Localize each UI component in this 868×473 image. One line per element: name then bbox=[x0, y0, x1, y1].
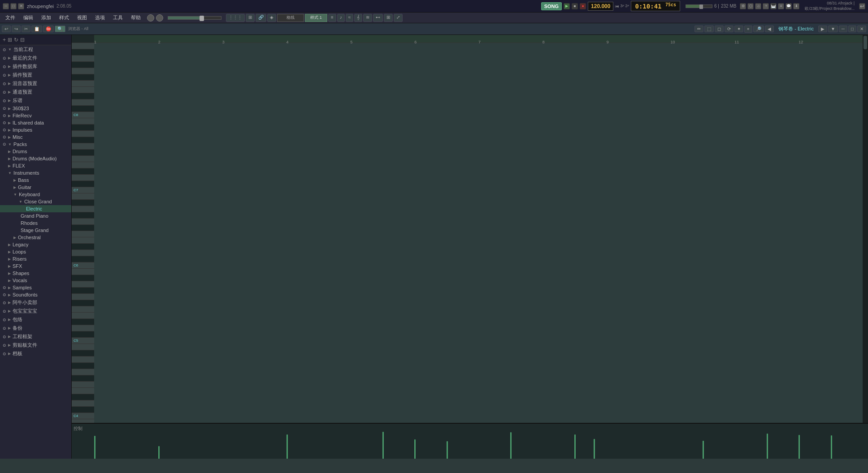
piano-key-E6[interactable] bbox=[72, 237, 94, 244]
pencil-tool[interactable]: ✏ bbox=[694, 26, 703, 32]
download-icon[interactable]: ⬇ bbox=[793, 3, 799, 9]
sidebar-item-FileRecv[interactable]: ⊙ ▶ FileRecv bbox=[0, 112, 71, 119]
piano-key-F7[interactable] bbox=[72, 156, 94, 162]
strum-icon[interactable]: ≋ bbox=[363, 14, 372, 22]
piano-key-C#8[interactable] bbox=[72, 106, 94, 112]
sidebar-item-SFX[interactable]: ▶ SFX bbox=[0, 262, 71, 270]
sidebar-item-Electric[interactable]: Electric bbox=[0, 205, 71, 212]
sidebar-item-Bass[interactable]: ▶ Bass bbox=[0, 176, 71, 184]
flip-icon[interactable]: ⊞ bbox=[384, 14, 393, 22]
sidebar-item-当前工程[interactable]: ⊙ ▼ 当前工程 bbox=[0, 45, 71, 54]
main-slider[interactable] bbox=[168, 16, 221, 20]
piano-key-A4[interactable] bbox=[72, 357, 94, 363]
maximize-button[interactable]: □ bbox=[10, 3, 17, 9]
piano-key-C5[interactable]: C5 bbox=[72, 338, 94, 344]
piano-key-C#5[interactable] bbox=[72, 331, 94, 338]
next-button[interactable]: ▶ bbox=[818, 26, 827, 32]
sidebar-item-Legacy[interactable]: ▶ Legacy bbox=[0, 241, 71, 248]
grid-icon[interactable]: ⋮⋮⋮ bbox=[226, 14, 245, 22]
sidebar-item-Impulses[interactable]: ⊙ ▶ Impulses bbox=[0, 126, 71, 133]
sidebar-item-Grand_Piano[interactable]: Grand Piano bbox=[0, 212, 71, 219]
piano-key-G8[interactable] bbox=[72, 68, 94, 74]
sidebar-item-Close_Grand[interactable]: ▼ Close Grand bbox=[0, 198, 71, 205]
sidebar-item-Samples[interactable]: ⊙ ▶ Samples bbox=[0, 284, 71, 291]
piano-key-G#8[interactable] bbox=[72, 62, 94, 68]
sidebar-item-档板[interactable]: ⊙ ▶ 档板 bbox=[0, 349, 71, 358]
rand-icon[interactable]: ⤢ bbox=[394, 14, 403, 22]
note-grid[interactable]: 123456789101112 C#6A#5A#5A#5A5G#5G#5G5F#… bbox=[94, 35, 863, 423]
sidebar-item-工程框架[interactable]: ⊙ ▶ 工程框架 bbox=[0, 332, 71, 341]
sidebar-item-360$23[interactable]: ⊙ ▶ 360$23 bbox=[0, 105, 71, 112]
plugin-icon[interactable]: ⬡ bbox=[747, 3, 754, 9]
sidebar-item-包络[interactable]: ⊙ ▶ 包络 bbox=[0, 315, 71, 324]
piano-key-C#4[interactable] bbox=[72, 407, 94, 413]
sidebar-item-包宝宝宝宝[interactable]: ⊙ ▶ 包宝宝宝宝 bbox=[0, 307, 71, 315]
midi-icon[interactable]: ♫ bbox=[755, 3, 761, 9]
piano-key-B5[interactable] bbox=[72, 269, 94, 275]
piano-key-A#8[interactable] bbox=[72, 49, 94, 56]
sidebar-item-Shapes[interactable]: ▶ Shapes bbox=[0, 270, 71, 277]
piano-key-C8[interactable]: C8 bbox=[72, 112, 94, 118]
pr-menu-button[interactable]: ▼ bbox=[828, 26, 838, 32]
pr-min-button[interactable]: ─ bbox=[839, 26, 847, 32]
sidebar-item-Risers[interactable]: ▶ Risers bbox=[0, 255, 71, 262]
piano-key-F8[interactable] bbox=[72, 81, 94, 87]
play-button[interactable]: ▶ bbox=[564, 3, 570, 9]
sidebar-item-Drums[interactable]: ▶ Drums bbox=[0, 148, 71, 155]
piano-key-E8[interactable] bbox=[72, 87, 94, 93]
volume-slider-thumb[interactable] bbox=[699, 4, 703, 9]
sidebar-refresh-icon[interactable]: ↻ bbox=[14, 37, 18, 43]
sidebar-item-Drums_(ModeAudio)[interactable]: ▶ Drums (ModeAudio) bbox=[0, 155, 71, 162]
piano-key-D#5[interactable] bbox=[72, 319, 94, 325]
piano-key-G#5[interactable] bbox=[72, 288, 94, 294]
piano-key-E4[interactable] bbox=[72, 388, 94, 394]
piano-key-B8[interactable] bbox=[72, 43, 94, 49]
piano-key-F#4[interactable] bbox=[72, 375, 94, 382]
piano-key-A#5[interactable] bbox=[72, 275, 94, 281]
select-tool[interactable]: ⬚ bbox=[704, 26, 714, 32]
sidebar-item-混音器预置[interactable]: ⊙ ▶ 混音器预置 bbox=[0, 79, 71, 88]
menu-options[interactable]: 选项 bbox=[91, 13, 108, 22]
mixer-icon[interactable]: ≡ bbox=[778, 3, 784, 9]
menu-style[interactable]: 样式 bbox=[56, 13, 73, 22]
arp-icon[interactable]: ≈ bbox=[346, 14, 354, 22]
circle-btn-1[interactable] bbox=[147, 14, 154, 22]
circle-btn-2[interactable] bbox=[156, 14, 163, 22]
piano-key-A#4[interactable] bbox=[72, 350, 94, 357]
piano-key-C6[interactable]: C6 bbox=[72, 262, 94, 269]
close-button[interactable]: ✕ bbox=[18, 3, 24, 9]
sidebar-item-备份[interactable]: ⊙ ▶ 备份 bbox=[0, 324, 71, 332]
piano-key-G6[interactable] bbox=[72, 219, 94, 225]
piano-key-F#8[interactable] bbox=[72, 74, 94, 81]
sidebar-item-FLEX[interactable]: ▶ FLEX bbox=[0, 162, 71, 169]
sidebar-expand-icon[interactable]: ⊞ bbox=[8, 37, 12, 43]
piano-key-B6[interactable] bbox=[72, 194, 94, 200]
style-selector[interactable]: 样式 1 bbox=[305, 14, 327, 22]
sidebar-item-通道预置[interactable]: ⊙ ▶ 通道预置 bbox=[0, 88, 71, 96]
sidebar-item-阿牛小卖部[interactable]: ⊙ ▶ 阿牛小卖部 bbox=[0, 298, 71, 307]
piano-key-D#7[interactable] bbox=[72, 168, 94, 175]
piano-key-F#5[interactable] bbox=[72, 300, 94, 306]
piano-key-F#7[interactable] bbox=[72, 150, 94, 156]
sidebar-item-乐谱[interactable]: ⊙ ▶ 乐谱 bbox=[0, 96, 71, 105]
stop-button[interactable]: ■ bbox=[572, 3, 578, 9]
chord-icon[interactable]: 𝄞 bbox=[354, 14, 362, 22]
menu-edit[interactable]: 编辑 bbox=[20, 13, 37, 22]
menu-add[interactable]: 添加 bbox=[38, 13, 55, 22]
piano-key-C#6[interactable] bbox=[72, 256, 94, 262]
back-button[interactable]: ↩ bbox=[859, 3, 865, 9]
piano-key-C7[interactable]: C7 bbox=[72, 187, 94, 194]
piano-key-A5[interactable] bbox=[72, 281, 94, 288]
piano-key-E5[interactable] bbox=[72, 313, 94, 319]
piano-key-D#8[interactable] bbox=[72, 93, 94, 99]
sidebar-collapse-icon[interactable]: ⊟ bbox=[20, 37, 25, 43]
sidebar-item-Keyboard[interactable]: ▼ Keyboard bbox=[0, 191, 71, 198]
piano-key-D#6[interactable] bbox=[72, 244, 94, 250]
bpm-display[interactable]: 120.000 bbox=[588, 2, 613, 11]
piano-key-G5[interactable] bbox=[72, 294, 94, 300]
sidebar-item-Instruments[interactable]: ▼ Instruments bbox=[0, 169, 71, 176]
piano-key-A7[interactable] bbox=[72, 131, 94, 137]
pr-max-button[interactable]: □ bbox=[848, 26, 856, 32]
sidebar-item-Soundfonts[interactable]: ⊙ ▶ Soundfonts bbox=[0, 291, 71, 298]
settings-icon[interactable]: ⚙ bbox=[740, 3, 746, 9]
